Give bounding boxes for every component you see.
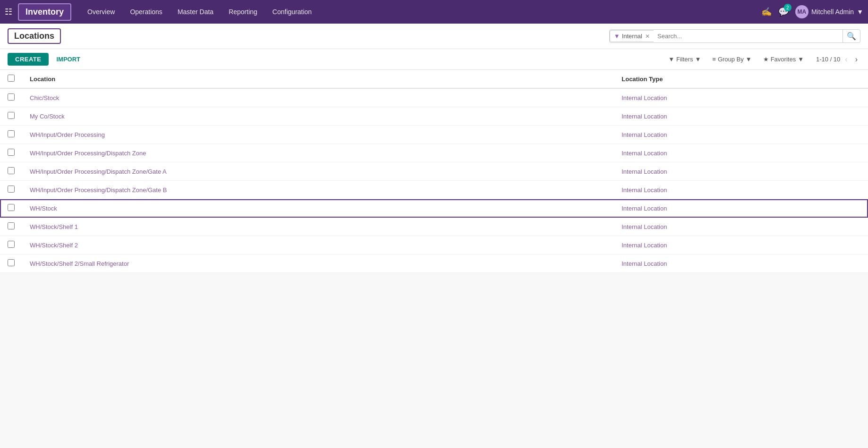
select-all-checkbox[interactable]	[8, 75, 15, 82]
filters-funnel-icon: ▼	[668, 56, 674, 63]
location-link[interactable]: WH/Input/Order Processing/Dispatch Zone	[30, 150, 146, 157]
filters-label: Filters	[676, 56, 693, 63]
groupby-icon: ≡	[712, 56, 716, 63]
location-cell: WH/Stock/Shelf 1	[22, 218, 614, 236]
row-checkbox-cell	[0, 254, 22, 273]
toolbar: CREATE IMPORT ▼ Filters ▼ ≡ Group By ▼ ★…	[0, 49, 868, 70]
location-link[interactable]: WH/Input/Order Processing/Dispatch Zone/…	[30, 168, 167, 175]
column-header-type: Location Type	[614, 70, 868, 88]
location-cell: Chic/Stock	[22, 88, 614, 107]
location-type-cell: Internal Location	[614, 162, 868, 181]
filter-tag[interactable]: ▼ Internal ✕	[610, 30, 654, 42]
location-link[interactable]: WH/Input/Order Processing	[30, 131, 105, 138]
table-row: WH/Input/Order Processing/Dispatch Zone/…	[0, 181, 868, 199]
location-type-cell: Internal Location	[614, 254, 868, 273]
favorites-chevron-icon: ▼	[798, 56, 804, 63]
search-input[interactable]	[654, 31, 842, 42]
table-row: WH/Input/Order Processing/Dispatch Zone …	[0, 144, 868, 162]
location-cell: WH/Input/Order Processing/Dispatch Zone/…	[22, 181, 614, 199]
location-link[interactable]: WH/Stock/Shelf 1	[30, 223, 78, 230]
location-link[interactable]: WH/Stock/Shelf 2/Small Refrigerator	[30, 260, 129, 267]
row-checkbox-cell	[0, 218, 22, 236]
row-checkbox-cell	[0, 199, 22, 218]
search-button[interactable]: 🔍	[842, 30, 860, 42]
location-type-cell: Internal Location	[614, 218, 868, 236]
location-cell: WH/Input/Order Processing	[22, 126, 614, 144]
location-type-cell: Internal Location	[614, 181, 868, 199]
pagination-prev[interactable]: ‹	[842, 54, 850, 65]
row-checkbox-cell	[0, 236, 22, 254]
filters-button[interactable]: ▼ Filters ▼	[664, 53, 706, 65]
groupby-chevron-icon: ▼	[746, 56, 752, 63]
row-checkbox-6[interactable]	[8, 204, 15, 211]
location-link[interactable]: WH/Stock/Shelf 2	[30, 242, 78, 249]
location-link[interactable]: Chic/Stock	[30, 94, 59, 101]
row-checkbox-9[interactable]	[8, 259, 15, 266]
filters-chevron-icon: ▼	[695, 56, 701, 63]
table-header-row: Location Location Type	[0, 70, 868, 88]
nav-master-data[interactable]: Master Data	[171, 5, 220, 18]
page-title: Locations	[8, 28, 61, 44]
sub-header-left: Locations	[8, 28, 61, 44]
brand-logo[interactable]: Inventory	[18, 3, 71, 21]
toolbar-right: ▼ Filters ▼ ≡ Group By ▼ ★ Favorites ▼ 1…	[664, 53, 860, 65]
location-type-cell: Internal Location	[614, 126, 868, 144]
favorites-star-icon: ★	[763, 56, 769, 63]
location-type-cell: Internal Location	[614, 144, 868, 162]
grid-icon[interactable]: ☷	[5, 7, 12, 17]
table-row: WH/Stock/Shelf 1 Internal Location	[0, 218, 868, 236]
location-link[interactable]: WH/Stock	[30, 205, 57, 212]
user-menu[interactable]: MA Mitchell Admin ▼	[795, 5, 863, 18]
row-checkbox-1[interactable]	[8, 112, 15, 119]
pagination-next[interactable]: ›	[852, 54, 860, 65]
table-row: WH/Input/Order Processing/Dispatch Zone/…	[0, 162, 868, 181]
filter-tag-close-icon[interactable]: ✕	[645, 33, 650, 40]
table-row: Chic/Stock Internal Location	[0, 88, 868, 107]
row-checkbox-cell	[0, 144, 22, 162]
sub-header: Locations ▼ Internal ✕ 🔍	[0, 24, 868, 49]
row-checkbox-3[interactable]	[8, 149, 15, 156]
favorites-button[interactable]: ★ Favorites ▼	[758, 53, 808, 65]
navbar: ☷ Inventory Overview Operations Master D…	[0, 0, 868, 24]
clock-icon[interactable]: ✍	[761, 7, 772, 17]
location-type-cell: Internal Location	[614, 199, 868, 218]
row-checkbox-2[interactable]	[8, 130, 15, 137]
import-button[interactable]: IMPORT	[52, 53, 84, 66]
location-link[interactable]: WH/Input/Order Processing/Dispatch Zone/…	[30, 186, 167, 194]
table-row: WH/Stock/Shelf 2/Small Refrigerator Inte…	[0, 254, 868, 273]
chat-badge: 2	[784, 4, 791, 11]
location-cell: My Co/Stock	[22, 107, 614, 126]
user-chevron-icon: ▼	[857, 8, 863, 16]
filter-funnel-icon: ▼	[614, 33, 620, 40]
table-row: WH/Stock Internal Location	[0, 199, 868, 218]
location-link[interactable]: My Co/Stock	[30, 113, 65, 120]
pagination-info: 1-10 / 10	[816, 56, 840, 63]
row-checkbox-0[interactable]	[8, 93, 15, 101]
location-cell: WH/Stock/Shelf 2/Small Refrigerator	[22, 254, 614, 273]
column-header-location: Location	[22, 70, 614, 88]
location-cell: WH/Stock/Shelf 2	[22, 236, 614, 254]
nav-reporting[interactable]: Reporting	[222, 5, 264, 18]
table-row: WH/Stock/Shelf 2 Internal Location	[0, 236, 868, 254]
row-checkbox-cell	[0, 181, 22, 199]
row-checkbox-8[interactable]	[8, 241, 15, 248]
nav-overview[interactable]: Overview	[81, 5, 121, 18]
location-cell: WH/Stock	[22, 199, 614, 218]
nav-menu: Overview Operations Master Data Reportin…	[81, 5, 761, 18]
row-checkbox-4[interactable]	[8, 167, 15, 174]
create-button[interactable]: CREATE	[8, 53, 49, 66]
nav-operations[interactable]: Operations	[123, 5, 169, 18]
row-checkbox-cell	[0, 107, 22, 126]
search-bar: ▼ Internal ✕ 🔍	[609, 29, 860, 43]
row-checkbox-5[interactable]	[8, 186, 15, 193]
row-checkbox-7[interactable]	[8, 222, 15, 229]
row-checkbox-cell	[0, 162, 22, 181]
avatar: MA	[795, 5, 808, 18]
row-checkbox-cell	[0, 88, 22, 107]
groupby-button[interactable]: ≡ Group By ▼	[707, 53, 756, 65]
location-type-cell: Internal Location	[614, 88, 868, 107]
nav-configuration[interactable]: Configuration	[266, 5, 318, 18]
chat-icon-wrapper[interactable]: 💬 2	[778, 7, 789, 17]
location-type-cell: Internal Location	[614, 107, 868, 126]
location-type-cell: Internal Location	[614, 236, 868, 254]
